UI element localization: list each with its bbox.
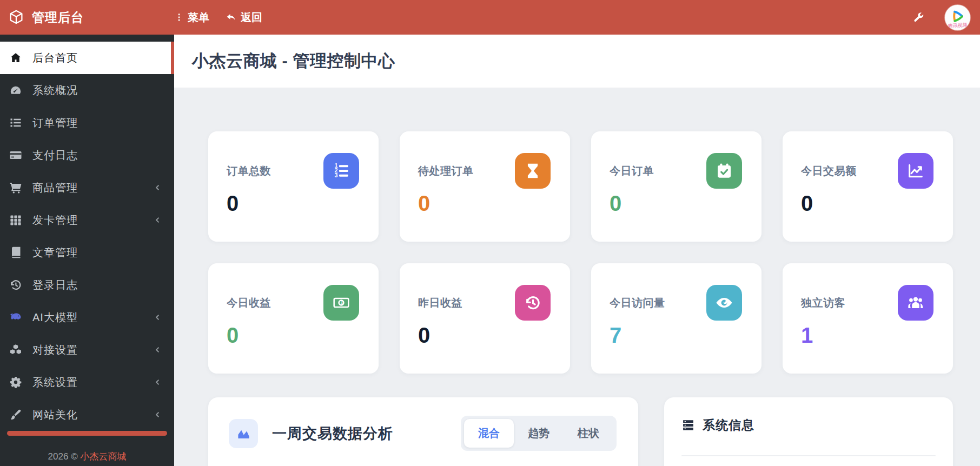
page-header: 小杰云商城 - 管理控制中心: [174, 35, 980, 88]
brush-icon: [9, 408, 23, 421]
svg-text:1: 1: [340, 299, 343, 305]
ellipsis-vertical-icon: [174, 12, 184, 23]
sidebar-item-label: 网站美化: [32, 408, 78, 422]
sidebar-item-label: 系统概况: [32, 83, 78, 98]
hourglass-icon: [515, 153, 551, 189]
stat-label: 订单总数: [227, 164, 271, 178]
menu-toggle-label: 菜单: [188, 10, 209, 25]
footer-year: 2026 ©: [48, 451, 78, 462]
users-icon: [898, 285, 933, 321]
divider: [681, 455, 936, 456]
sidebar-item-site-beautify[interactable]: 网站美化: [0, 398, 174, 431]
chevron-left-icon: [153, 215, 162, 225]
sidebar-item-ai-models[interactable]: AI大模型: [0, 301, 174, 334]
menu-toggle-button[interactable]: 菜单: [174, 10, 209, 25]
stat-card-today-earnings: 今日收益 1 0: [208, 263, 379, 374]
sidebar-footer: 2026 © 小杰云商城: [0, 450, 174, 463]
tab-bars[interactable]: 柱状: [564, 419, 613, 448]
stat-card-today-visits: 今日访问量 7: [591, 263, 762, 374]
main-area: 小杰云商城 - 管理控制中心 订单总数 123 0 待处理订单: [174, 35, 980, 466]
cart-icon: [9, 181, 23, 194]
sidebar-item-label: 后台首页: [32, 51, 78, 65]
sidebar-item-label: AI大模型: [32, 310, 78, 325]
brand[interactable]: 管理后台: [0, 9, 174, 26]
sidebar-scrollbar-thumb[interactable]: [7, 431, 167, 436]
gear-icon: [9, 376, 23, 389]
sidebar-item-label: 登录日志: [32, 278, 78, 292]
dashboard-icon: [9, 84, 23, 97]
stat-cards: 订单总数 123 0 待处理订单: [208, 131, 953, 374]
stat-label: 昨日收益: [418, 296, 462, 310]
tab-trend[interactable]: 趋势: [514, 419, 564, 448]
stat-value: 0: [227, 191, 359, 215]
stat-card-unique-visitors: 独立访客 1: [783, 263, 953, 374]
history-icon: [9, 278, 23, 291]
sidebar-item-label: 文章管理: [32, 245, 78, 260]
sidebar: 后台首页 系统概况 订单管理: [0, 35, 174, 466]
stat-value: 1: [801, 323, 933, 347]
stat-card-pending-orders: 待处理订单 0: [400, 131, 570, 242]
topbar-right: 腾讯视频: [912, 5, 980, 30]
chart-panel-title: 一周交易数据分析: [272, 424, 393, 443]
sidebar-item-payment-logs[interactable]: 支付日志: [0, 139, 174, 171]
stat-value: 0: [610, 191, 742, 215]
tab-mixed[interactable]: 混合: [464, 419, 514, 448]
system-panel-title: 系统信息: [703, 417, 754, 434]
brand-name: 管理后台: [32, 9, 84, 26]
book-icon: [9, 246, 23, 259]
server-icon: [681, 418, 695, 432]
stat-card-today-orders: 今日订单 0: [591, 131, 762, 242]
stat-card-yesterday-earnings: 昨日收益 0: [400, 263, 570, 374]
system-info-panel: 系统信息: [664, 397, 953, 466]
svg-text:3: 3: [334, 172, 337, 178]
sidebar-item-system-overview[interactable]: 系统概况: [0, 74, 174, 106]
chevron-left-icon: [153, 312, 162, 322]
sidebar-item-home[interactable]: 后台首页: [0, 42, 174, 74]
whale-icon: [9, 311, 23, 324]
stat-label: 独立访客: [801, 296, 845, 310]
cubes-icon: [9, 343, 23, 356]
stat-value: 0: [227, 323, 359, 347]
chart-line-icon: [898, 153, 933, 189]
chevron-left-icon: [153, 410, 162, 420]
sidebar-item-login-logs[interactable]: 登录日志: [0, 269, 174, 301]
user-avatar[interactable]: 腾讯视频: [945, 5, 970, 30]
stat-value: 0: [418, 191, 551, 215]
stat-label: 今日访问量: [610, 296, 665, 310]
grid-icon: [9, 214, 23, 227]
eye-icon: [706, 285, 742, 321]
stat-label: 今日收益: [227, 296, 271, 310]
area-chart-icon: [229, 419, 258, 448]
sidebar-nav: 后台首页 系统概况 订单管理: [0, 35, 174, 431]
avatar-watermark: 腾讯视频: [945, 21, 970, 30]
footer-brand-link[interactable]: 小杰云商城: [80, 451, 126, 462]
credit-card-icon: [9, 149, 23, 162]
history-icon: [515, 285, 551, 321]
weekly-chart-panel: 一周交易数据分析 混合 趋势 柱状: [208, 397, 638, 466]
sidebar-item-card-issuing[interactable]: 发卡管理: [0, 204, 174, 236]
stat-value: 7: [610, 323, 742, 347]
list-ol-icon: 123: [323, 153, 359, 189]
sidebar-item-label: 支付日志: [32, 148, 78, 163]
sidebar-item-label: 订单管理: [32, 116, 78, 130]
sidebar-item-integrations[interactable]: 对接设置: [0, 334, 174, 366]
stat-value: 0: [801, 191, 933, 215]
back-label: 返回: [241, 10, 262, 25]
sidebar-item-system-settings[interactable]: 系统设置: [0, 366, 174, 398]
stat-card-total-orders: 订单总数 123 0: [208, 131, 379, 242]
sidebar-item-articles[interactable]: 文章管理: [0, 236, 174, 269]
sidebar-item-label: 系统设置: [32, 375, 78, 390]
stat-label: 待处理订单: [418, 164, 474, 178]
stat-label: 今日交易额: [801, 164, 857, 178]
sidebar-item-label: 商品管理: [32, 181, 78, 195]
sidebar-item-label: 对接设置: [32, 343, 78, 357]
list-icon: [9, 116, 23, 129]
wrench-icon[interactable]: [912, 11, 924, 23]
page-title: 小杰云商城 - 管理控制中心: [192, 50, 395, 72]
home-icon: [9, 51, 23, 64]
stat-card-today-volume: 今日交易额 0: [783, 131, 953, 242]
back-button[interactable]: 返回: [226, 10, 262, 25]
bottom-panels: 一周交易数据分析 混合 趋势 柱状 系统信息: [208, 397, 953, 466]
sidebar-item-orders[interactable]: 订单管理: [0, 106, 174, 139]
sidebar-item-products[interactable]: 商品管理: [0, 171, 174, 204]
